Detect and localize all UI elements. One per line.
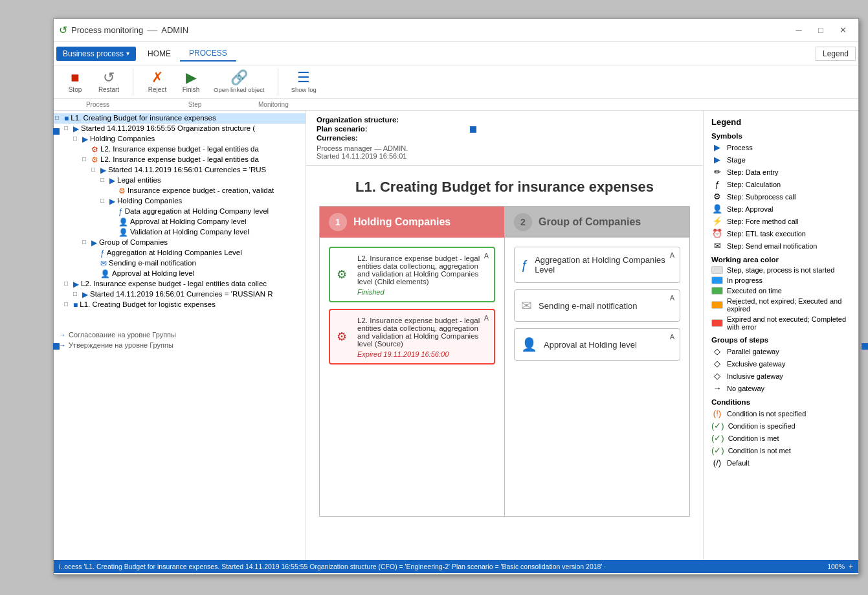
tree-toggle[interactable]: □ (55, 114, 63, 121)
tree-item-6[interactable]: □ ▶ Legal entities (54, 175, 306, 186)
maximize-button[interactable]: □ (810, 21, 831, 39)
legend-condition-notspec: (!) Condition is not specified (711, 409, 851, 418)
finish-icon: ▶ (186, 71, 197, 85)
tree-item-5[interactable]: □ ▶ Started 14.11.2019 16:56:01 Currenci… (54, 165, 306, 175)
process-menu-item[interactable]: PROCESS (180, 46, 236, 62)
diagram-title: L1. Creating Budget for insurance expens… (306, 166, 703, 206)
calc-icon: ƒ (711, 179, 723, 189)
process-label: Process (59, 101, 137, 108)
tree-item-0[interactable]: □ ■ L1. Creating Budget for insurance ex… (54, 113, 306, 124)
open-linked-button[interactable]: 🔗 Open linked object (208, 68, 270, 96)
legend-item-fore: ⚡ Step: Fore method call (711, 216, 851, 226)
legend-condition-spec: (✓) Condition is specified (711, 421, 851, 431)
tree-toggle[interactable]: □ (64, 124, 72, 131)
chevron-down-icon: ▾ (126, 50, 129, 57)
card-badge-1: A (484, 252, 489, 260)
tree-toggle[interactable]: □ (73, 290, 81, 297)
tree-item-12[interactable]: □ ▶ Group of Companies (54, 238, 306, 248)
tree-node-icon: ▶ (73, 280, 79, 289)
currencies-label: Currencies: (317, 134, 358, 142)
right-card-badge-1: A (670, 251, 674, 259)
tree-item-14[interactable]: ✉ Sending e-mail notification (54, 258, 306, 269)
tree-toggle[interactable]: □ (91, 166, 99, 173)
tree-item-17[interactable]: □ ▶ Started 14.11.2019 16:56:01 Currenci… (54, 289, 306, 300)
stop-button[interactable]: ■ Stop (59, 68, 91, 96)
legend-groups-title: Groups of steps (711, 336, 851, 344)
tree-item-13[interactable]: ƒ Aggregation at Holding Companies Level (54, 248, 306, 258)
bottom-list-item-2[interactable]: → Утверждение на уровне Группы (59, 340, 306, 350)
main-window: ↺ Process monitoring — ADMIN ─ □ ✕ Busin… (53, 18, 859, 575)
window-controls: ─ □ ✕ (788, 21, 853, 39)
right-card-icon-3: 👤 (521, 337, 537, 352)
status-bar: i..ocess 'L1. Creating Budget for insura… (54, 560, 858, 573)
right-card-3[interactable]: A 👤 Approval at Holding level (514, 328, 680, 361)
data-entry-icon: ✏ (711, 167, 723, 177)
card-status-1: Finished (357, 288, 487, 296)
tree-toggle[interactable]: □ (64, 280, 72, 287)
tree-toggle[interactable]: □ (82, 155, 90, 163)
info-bar: Organization structure: Plan scenario: C… (306, 111, 703, 166)
org-structure-row: Organization structure: (317, 116, 693, 124)
tree-node-icon: ▶ (73, 124, 79, 133)
tree-item-8[interactable]: □ ▶ Holding Companies (54, 196, 306, 207)
card-badge-2: A (484, 314, 489, 322)
tree-item-16[interactable]: □ ▶ L2. Insurance expense budget - legal… (54, 279, 306, 289)
close-button[interactable]: ✕ (832, 21, 853, 39)
right-card-2[interactable]: A ✉ Sending e-mail notification (514, 289, 680, 322)
finish-button[interactable]: ▶ Finish (175, 68, 207, 96)
legend-item-calc: ƒ Step: Calculation (711, 179, 851, 189)
cond-met-icon: (✓) (711, 433, 724, 443)
business-process-menu[interactable]: Business process ▾ (56, 47, 136, 61)
inclusive-gateway-icon: ◇ (711, 371, 723, 381)
bottom-list-item-1[interactable]: → Согласование на уровне Группы (59, 330, 306, 340)
restart-button[interactable]: ↺ Restart (93, 68, 125, 96)
status-text: i..ocess 'L1. Creating Budget for insura… (59, 563, 827, 570)
app-title: Process monitoring (71, 25, 143, 35)
legend-parallel-gateway: ◇ Parallel gateway (711, 346, 851, 356)
tree-item-2[interactable]: □ ▶ Holding Companies (54, 134, 306, 144)
tree-toggle[interactable]: □ (100, 197, 108, 204)
cond-notmet-icon: (✓) (711, 445, 724, 455)
tree-item-4[interactable]: □ ⚙ L2. Insurance expense budget - legal… (54, 155, 306, 165)
cond-spec-icon: (✓) (711, 421, 724, 431)
tree-item-15[interactable]: 👤 Approval at Holding level (54, 269, 306, 279)
swimlane-body-1: A ⚙ L2. Insurance expense budget - legal… (320, 238, 504, 516)
tree-item-1[interactable]: □ ▶ Started 14.11.2019 16:55:55 Organiza… (54, 124, 306, 134)
app-icon: ↺ (59, 24, 67, 36)
tree-toggle[interactable]: □ (73, 135, 81, 142)
tree-item-3[interactable]: ⚙ L2. Insurance expense budget - legal e… (54, 144, 306, 155)
tree-item-9[interactable]: ƒ Data aggregation at Holding Company le… (54, 207, 306, 217)
process-card-1[interactable]: A ⚙ L2. Insurance expense budget - legal… (329, 247, 495, 302)
reject-button[interactable]: ✗ Reject (141, 68, 173, 96)
tree-item-11[interactable]: 👤 Validation at Holding Company level (54, 227, 306, 238)
swimlane-number-2: 2 (514, 213, 532, 231)
zoom-plus-button[interactable]: + (849, 562, 853, 571)
tree-toggle[interactable]: □ (64, 300, 72, 308)
tree-node-icon: ƒ (118, 207, 123, 216)
stage-legend-icon: ▶ (711, 155, 723, 164)
diagram-area[interactable]: L1. Creating Budget for insurance expens… (306, 166, 703, 560)
status-right: 100% + (827, 562, 853, 571)
process-legend-icon: ▶ (711, 142, 723, 152)
minimize-button[interactable]: ─ (788, 21, 809, 39)
step-label: Step (137, 101, 253, 108)
tree-panel[interactable]: □ ■ L1. Creating Budget for insurance ex… (54, 111, 306, 560)
legend-button[interactable]: Legend (816, 47, 856, 61)
tree-item-10[interactable]: 👤 Approval at Holding Company level (54, 217, 306, 227)
plan-scenario-label: Plan scenario: (317, 125, 368, 133)
legend-colors-title: Working area color (711, 256, 851, 264)
tree-toggle[interactable]: □ (82, 238, 90, 245)
tree-item-7[interactable]: ⚙ Insurance expence budget - creation, v… (54, 186, 306, 196)
right-card-1[interactable]: A ƒ Aggregation at Holding Companies Lev… (514, 247, 680, 283)
swimlane-header-1: 1 Holding Companies (320, 207, 504, 238)
home-menu-item[interactable]: HOME (139, 47, 180, 61)
org-structure-label: Organization structure: (317, 116, 399, 124)
tree-item-18[interactable]: □ ■ L1. Creating Budget for logistic exp… (54, 300, 306, 310)
show-log-button[interactable]: ☰ Show log (286, 68, 322, 96)
process-card-2[interactable]: A ⚙ L2. Insurance expense budget - legal… (329, 309, 495, 365)
tree-node-icon: ■ (73, 300, 78, 309)
notstarted-swatch (711, 266, 723, 274)
right-card-badge-2: A (670, 294, 674, 302)
tree-toggle[interactable]: □ (100, 176, 108, 183)
tree-node-icon: ⚙ (118, 186, 126, 196)
